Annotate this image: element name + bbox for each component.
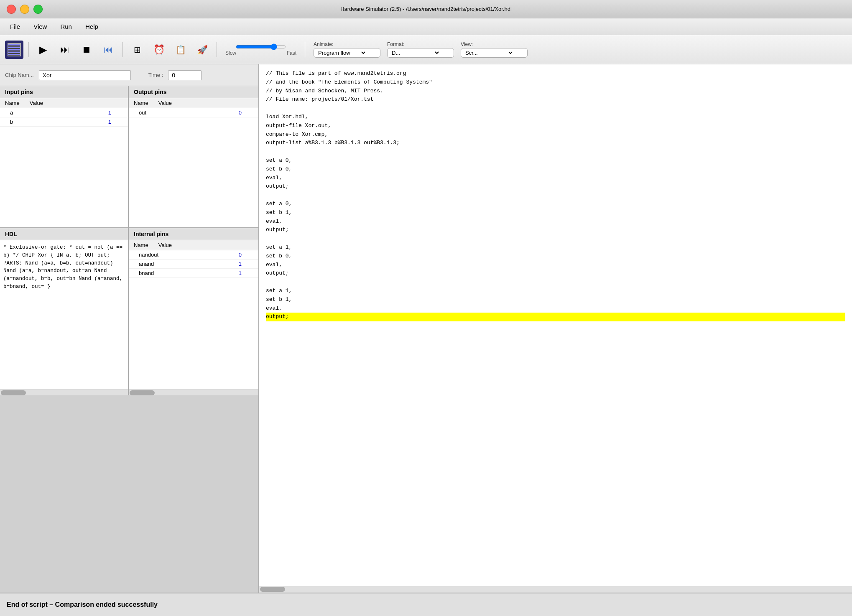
pin-value: 1: [194, 261, 258, 267]
script-button[interactable]: 📋: [171, 41, 190, 59]
menu-run[interactable]: Run: [54, 21, 78, 32]
animate-label: Animate:: [314, 41, 333, 47]
animate-select[interactable]: Program flow Animation No animation: [316, 49, 367, 56]
script-line: set a 1,: [266, 243, 845, 252]
toolbar-separator-4: [305, 42, 305, 57]
script-line: [266, 278, 845, 287]
script-line: output-file Xor.out,: [266, 122, 845, 130]
script-line: set a 0,: [266, 200, 845, 209]
menubar: File View Run Help: [0, 18, 852, 35]
statusbar: End of script – Comparison ended success…: [0, 593, 852, 616]
animate-control: Animate: Program flow Animation No anima…: [314, 41, 380, 58]
script-line: compare-to Xor.cmp,: [266, 130, 845, 139]
speed-fast-label: Fast: [287, 50, 296, 56]
input-pins-table-header: Name Value: [0, 98, 128, 108]
script-line: eval,: [266, 261, 845, 270]
stop-icon: ⏹: [82, 44, 91, 55]
pin-name: out: [129, 109, 194, 116]
stop-button[interactable]: ⏹: [77, 41, 96, 59]
clock-icon: ⏰: [153, 44, 165, 55]
input-pin-row: a 1: [0, 108, 128, 117]
script-body[interactable]: // This file is part of www.nand2tetris.…: [259, 64, 852, 586]
internal-pins-rows: nandout 0 anand 1 bnand 1: [129, 250, 258, 389]
script-line: output;: [266, 313, 845, 321]
hdl-panel: HDL * Exclusive-or gate: * out = not (a …: [0, 228, 129, 395]
toolbar-separator-2: [122, 42, 123, 57]
menu-file[interactable]: File: [4, 21, 26, 32]
script-line: eval,: [266, 304, 845, 313]
format-select-wrap: D... Binary Decimal Hex: [387, 48, 454, 58]
toolbar-separator-1: [28, 42, 29, 57]
script-line: set b 1,: [266, 209, 845, 217]
script-line: set b 1,: [266, 295, 845, 304]
table-button[interactable]: ⊞: [128, 41, 146, 59]
pin-value: 0: [194, 252, 258, 258]
close-button[interactable]: [7, 5, 16, 14]
script-line: load Xor.hdl,: [266, 113, 845, 122]
fast-forward-button[interactable]: ⏭: [56, 41, 74, 59]
format-select[interactable]: D... Binary Decimal Hex: [390, 49, 440, 56]
script-line: set b 0,: [266, 252, 845, 261]
pin-name: a: [0, 109, 64, 116]
hdl-scrollbar[interactable]: [0, 389, 128, 395]
chip-row: Chip Nam... Time :: [0, 64, 258, 86]
output-pins-rows: out 0: [129, 108, 258, 227]
script-line: // This file is part of www.nand2tetris.…: [266, 69, 845, 78]
table-icon: ⊞: [134, 45, 141, 55]
clock-button[interactable]: ⏰: [150, 41, 168, 59]
view-select[interactable]: Scr... Screen: [464, 49, 514, 56]
toolbar-separator-3: [217, 42, 217, 57]
output-pin-row: out 0: [129, 108, 258, 117]
pin-value: 1: [64, 119, 128, 125]
chip-name-input[interactable]: [39, 70, 131, 80]
script-line: set b 0,: [266, 165, 845, 174]
script-scrollbar[interactable]: [259, 586, 852, 593]
minimize-button[interactable]: [20, 5, 29, 14]
format-control: Format: D... Binary Decimal Hex: [387, 41, 454, 58]
single-step-icon: ▶: [39, 44, 47, 56]
chip-name-label: Chip Nam...: [5, 72, 34, 78]
rewind-icon: ⏮: [104, 44, 113, 55]
pin-name: anand: [129, 261, 194, 267]
titlebar: Hardware Simulator (2.5) - /Users/naver/…: [0, 0, 852, 18]
internal-pins-header: Internal pins: [129, 228, 258, 240]
left-panel: Chip Nam... Time : Input pins Name Value…: [0, 64, 259, 593]
script-line: [266, 191, 845, 200]
pin-value: 1: [194, 270, 258, 276]
script-line: set a 0,: [266, 156, 845, 165]
output-pins-panel: Output pins Name Value out 0: [129, 86, 258, 227]
time-input[interactable]: [168, 70, 202, 80]
script-line: set a 1,: [266, 287, 845, 295]
input-pins-rows: a 1 b 1: [0, 108, 128, 227]
internal-pins-panel: Internal pins Name Value nandout 0 anand…: [129, 228, 258, 395]
right-panel: // This file is part of www.nand2tetris.…: [259, 64, 852, 593]
input-pin-row: b 1: [0, 117, 128, 127]
single-step-button[interactable]: ▶: [34, 41, 52, 59]
view-label: View:: [461, 41, 473, 47]
internal-pin-row: nandout 0: [129, 250, 258, 260]
script-line: [266, 104, 845, 113]
menu-view[interactable]: View: [28, 21, 53, 32]
script-line: output;: [266, 226, 845, 234]
rocket-icon: 🚀: [197, 45, 208, 55]
input-pins-header: Input pins: [0, 86, 128, 98]
output-pins-table-header: Name Value: [129, 98, 258, 108]
rewind-button[interactable]: ⏮: [99, 41, 117, 59]
speed-slider[interactable]: [236, 43, 286, 50]
script-icon: 📋: [176, 45, 186, 55]
time-label: Time :: [148, 72, 163, 78]
internal-scrollbar[interactable]: [129, 389, 258, 395]
status-text: End of script – Comparison ended success…: [7, 601, 158, 608]
menu-help[interactable]: Help: [79, 21, 104, 32]
script-line: [266, 234, 845, 243]
hdl-body[interactable]: * Exclusive-or gate: * out = not (a == b…: [0, 240, 128, 389]
maximize-button[interactable]: [33, 5, 43, 14]
script-line: // and the book "The Elements of Computi…: [266, 78, 845, 87]
window-title: Hardware Simulator (2.5) - /Users/naver/…: [340, 6, 512, 12]
script-line: [266, 148, 845, 156]
script-line: output;: [266, 269, 845, 278]
hdl-header: HDL: [0, 228, 128, 240]
rocket-button[interactable]: 🚀: [193, 41, 212, 59]
top-pin-area: Input pins Name Value a 1 b 1 Output pin…: [0, 86, 258, 228]
main-area: Chip Nam... Time : Input pins Name Value…: [0, 64, 852, 593]
